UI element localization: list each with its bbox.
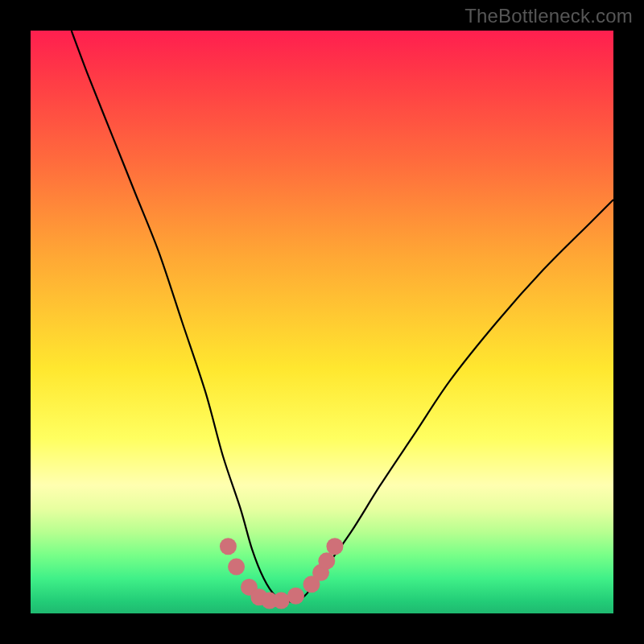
trough-dot <box>273 592 290 609</box>
bottleneck-curve <box>72 31 613 602</box>
plot-area <box>31 31 613 613</box>
curve-svg <box>31 31 613 613</box>
trough-dot <box>220 538 237 555</box>
trough-dot <box>228 559 245 576</box>
trough-markers <box>220 538 343 609</box>
trough-dot <box>318 552 335 569</box>
chart-frame: TheBottleneck.com <box>0 0 644 644</box>
watermark-label: TheBottleneck.com <box>464 5 633 27</box>
trough-dot <box>326 538 343 555</box>
trough-dot <box>287 588 304 605</box>
